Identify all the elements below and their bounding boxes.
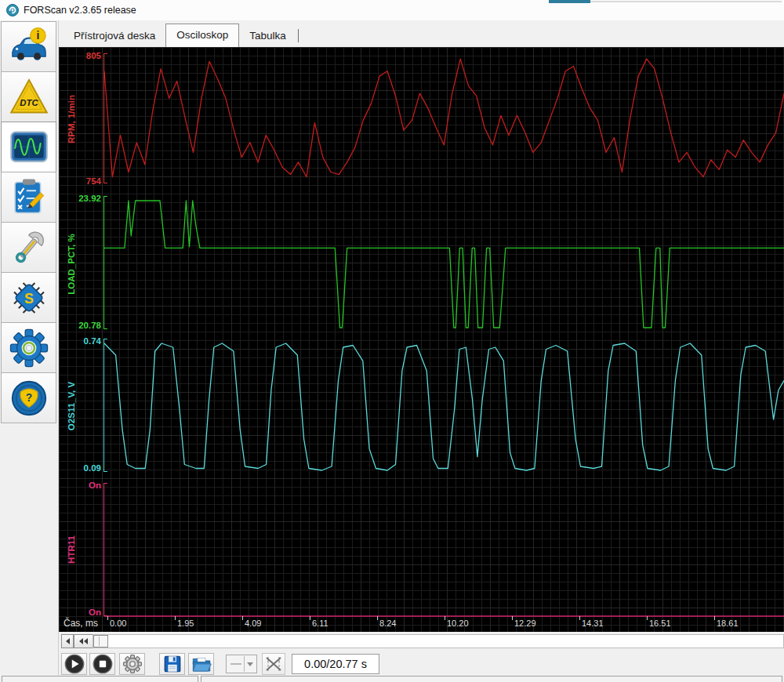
x-tick-mark — [175, 616, 176, 620]
load-channel-name: LOAD_PCT, % — [67, 234, 76, 294]
help-steering-wheel-icon: ? — [9, 378, 49, 419]
tab-bar: Přístrojová deska Osciloskop Tabulka — [59, 20, 784, 47]
rpm-channel-name: RPM, 1/min — [67, 95, 76, 143]
open-button[interactable] — [188, 653, 214, 675]
window-title: FORScan v2.3.65 release — [24, 0, 136, 20]
x-tick-mark — [714, 616, 715, 620]
o2s11-channel-name: O2S11_V, V — [67, 382, 76, 430]
x-tick-mark — [377, 616, 378, 620]
dtc-warning-icon: DTC — [9, 77, 49, 118]
svg-text:i: i — [36, 29, 39, 42]
x-tick-mark — [579, 616, 580, 620]
time-display: 0.00/20.77 s — [292, 654, 379, 674]
htr11-y-axis-line — [103, 483, 104, 616]
rpm-y-axis-line — [103, 53, 104, 183]
htr11-channel-name: HTR11 — [67, 535, 76, 564]
record-settings-button[interactable] — [119, 653, 145, 675]
trace-load-pct — [104, 201, 784, 328]
htr11-max-label: On — [89, 481, 101, 490]
gear-icon — [9, 328, 49, 368]
rpm-max-label: 805 — [86, 51, 101, 60]
open-folder-icon — [191, 654, 212, 674]
svg-text:?: ? — [25, 391, 31, 404]
oscilloscope-traces — [59, 47, 784, 632]
x-tick-label: 10.20 — [447, 619, 469, 628]
x-tick-mark — [512, 616, 513, 620]
trace-rpm-1-min — [104, 59, 784, 177]
top-accent-line — [590, 1, 782, 2]
tab-tabulka[interactable]: Tabulka — [239, 25, 296, 47]
tab-osciloskop[interactable]: Osciloskop — [165, 24, 239, 47]
x-tick-label: 1.95 — [177, 619, 194, 628]
save-floppy-icon — [162, 654, 183, 674]
rpm-min-label: 754 — [86, 176, 101, 186]
x-tick-label: 16.51 — [649, 619, 671, 628]
wrench-icon — [9, 227, 49, 268]
dash-line-icon — [230, 663, 241, 665]
svg-text:DTC: DTC — [20, 97, 38, 107]
oscilloscope-chart: 805 754 RPM, 1/min 23.92 20.78 LOAD_PCT,… — [59, 47, 784, 632]
gear-icon — [122, 654, 143, 674]
x-tick-mark — [445, 616, 445, 620]
sidebar-item-vehicle-info[interactable]: i — [1, 21, 56, 72]
markers-off-icon — [264, 655, 283, 673]
title-bar: FORScan v2.3.65 release — [0, 0, 784, 20]
sidebar-item-configuration[interactable]: S — [1, 272, 56, 323]
sidebar: i DTC — [0, 20, 59, 682]
dropdown-arrow — [244, 656, 256, 672]
test-checklist-icon — [9, 177, 49, 218]
toolbar: 0.00/20.77 s — [59, 652, 784, 676]
sidebar-item-dtc[interactable]: DTC — [1, 71, 56, 122]
scrollbar-track[interactable] — [93, 634, 784, 648]
x-tick-mark — [107, 616, 108, 620]
x-tick-mark — [310, 616, 310, 620]
save-button[interactable] — [159, 653, 185, 675]
load-max-label: 23.92 — [78, 194, 101, 203]
sidebar-item-oscilloscope[interactable] — [1, 122, 56, 172]
marker-select-dropdown[interactable] — [226, 655, 257, 673]
left-arrow-icon — [79, 638, 83, 644]
car-info-icon: i — [9, 27, 49, 67]
left-arrow-icon — [66, 638, 70, 644]
x-tick-label: 0.00 — [110, 619, 126, 628]
x-tick-label: 8.24 — [379, 619, 396, 628]
scroll-left-button[interactable] — [61, 634, 74, 648]
stop-icon — [92, 653, 114, 675]
forscan-window: FORScan v2.3.65 release i DTC — [0, 0, 784, 682]
x-tick-mark — [647, 616, 648, 620]
tab-separator — [298, 29, 299, 42]
load-y-axis-line — [103, 196, 104, 329]
svg-text:S: S — [24, 290, 34, 306]
x-tick-mark — [242, 616, 243, 620]
o2s11-min-label: 0.09 — [84, 463, 101, 473]
chip-icon: S — [9, 278, 49, 318]
play-button[interactable] — [61, 653, 87, 675]
scroll-left-fast-button[interactable] — [74, 634, 93, 648]
top-accent-bar — [549, 0, 590, 3]
play-icon — [64, 653, 85, 675]
app-icon — [6, 4, 19, 16]
x-tick-label: 4.09 — [245, 619, 261, 628]
sidebar-item-settings[interactable] — [1, 322, 56, 373]
x-tick-label: 12.29 — [514, 619, 536, 628]
status-panel-left — [2, 676, 198, 682]
load-min-label: 20.78 — [78, 321, 101, 330]
bottom-status-strip — [0, 676, 784, 682]
x-tick-label: 18.61 — [717, 619, 739, 628]
htr11-min-label: On — [89, 608, 101, 617]
o2s11-max-label: 0.74 — [84, 336, 101, 346]
sidebar-item-about[interactable]: ? — [1, 372, 56, 423]
markers-toggle-button[interactable] — [262, 653, 285, 675]
stop-button[interactable] — [89, 653, 115, 675]
status-panel-right — [201, 676, 782, 682]
left-arrow-icon — [84, 638, 88, 644]
tab-pristrojova-deska[interactable]: Přístrojová deska — [64, 25, 165, 47]
x-tick-label: 6.11 — [312, 619, 328, 628]
scrollbar-thumb[interactable] — [93, 635, 108, 648]
sidebar-item-tests[interactable] — [1, 172, 56, 223]
trace-o2s11-v-v — [104, 343, 784, 470]
sidebar-item-service-functions[interactable] — [1, 222, 56, 273]
x-axis-label: Čas, ms — [64, 618, 98, 629]
scrollbar-row — [59, 632, 784, 652]
o2s11-y-axis-line — [103, 339, 104, 472]
